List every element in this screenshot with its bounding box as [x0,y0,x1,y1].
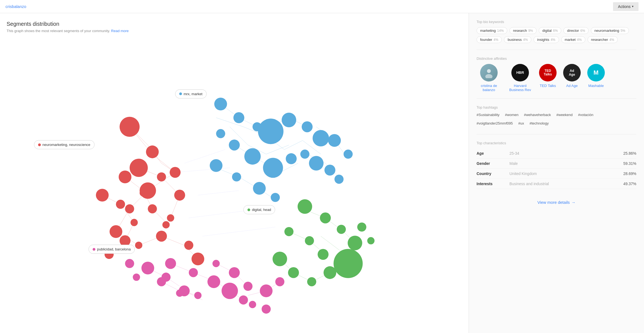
affinity-item[interactable]: MMashable [587,64,605,88]
svg-point-91 [96,189,109,202]
keyword-label: director [567,29,579,33]
actions-label: Actions [618,4,631,9]
affinity-avatar [480,64,498,81]
affinities-row: cristina de balanzoHBRHarvard Business R… [477,64,636,92]
affinity-name[interactable]: cristina de balanzo [477,84,501,92]
svg-point-146 [275,277,284,286]
affinity-avatar: M [587,64,605,81]
svg-point-115 [253,182,266,195]
arrow-icon: → [571,200,575,205]
keyword-pill: market4% [561,36,585,43]
divider-3 [477,134,636,134]
keyword-pill: neuromarketing5% [591,27,629,34]
svg-point-142 [212,260,220,267]
keyword-pct: 4% [577,38,582,42]
svg-point-74 [146,145,159,158]
svg-point-86 [167,214,174,222]
svg-point-126 [273,252,287,266]
keyword-pct: 4% [551,38,555,42]
affinity-name[interactable]: Mashable [588,84,604,88]
char-label: Gender [477,161,509,166]
affinity-item[interactable]: cristina de balanzo [477,64,501,92]
svg-point-79 [135,242,143,249]
char-pct: 25.86% [623,151,636,156]
char-label: Age [477,151,509,156]
svg-point-130 [357,222,366,232]
affinity-name[interactable]: Harvard Business Rev [508,84,532,92]
svg-point-97 [233,112,244,123]
hashtag-item[interactable]: #women [505,113,518,117]
char-pct: 59.31% [623,161,636,166]
affinity-item[interactable]: TEDTalksTED Talks [539,64,557,88]
hashtag-item[interactable]: #weekend [556,113,572,117]
svg-point-99 [258,118,283,144]
keyword-pct: 5% [620,29,625,33]
view-more-section: View more details → [477,196,636,206]
svg-point-135 [221,283,238,299]
read-more-link[interactable]: Read more [111,29,129,33]
svg-point-82 [192,253,204,266]
characteristic-row: Age 25-34 25.86% [477,148,636,159]
hashtag-item[interactable]: #votación [578,113,594,117]
subtitle-text: This graph shows the most relevant segme… [7,29,110,33]
characteristic-row: Interests Business and industrial 49.37% [477,179,636,189]
person-icon [483,67,494,78]
chevron-down-icon: ▾ [632,5,634,8]
view-more-link[interactable]: View more details → [537,200,575,205]
affinity-name[interactable]: TED Talks [540,84,556,88]
main-layout: Segments distribution This graph shows t… [0,13,644,333]
svg-point-120 [337,225,346,234]
svg-point-80 [156,231,167,242]
keyword-pct: 4% [523,38,528,42]
characteristic-row: Gender Male 59.31% [477,159,636,169]
keywords-container: marketing14%research9%digital6%director6… [477,27,636,43]
svg-point-89 [148,204,157,213]
affinity-avatar: HBR [511,64,529,81]
svg-line-56 [321,236,339,250]
hashtag-item[interactable]: #Sustainability [477,113,500,117]
mashable-m: M [594,69,599,76]
svg-point-128 [305,236,314,245]
hashtag-item[interactable]: #ux [518,121,524,125]
actions-button[interactable]: Actions ▾ [613,2,639,11]
affinity-item[interactable]: AdAgeAd Age [563,64,581,88]
svg-point-103 [328,134,341,147]
network-graph [7,36,462,318]
hashtags-title: Top hashtags [477,105,636,109]
hashtag-item[interactable]: #voigtlander25mmf095 [477,121,513,125]
keyword-pill: founder4% [477,36,502,43]
hashtag-item[interactable]: #technology [529,121,549,125]
panel-title: Segments distribution [7,21,462,27]
username-link[interactable]: crisbalanzo [5,4,26,9]
svg-point-96 [214,98,227,111]
svg-point-101 [302,121,313,132]
characteristics-title: Top characteristics [477,141,636,145]
affinity-item[interactable]: HBRHarvard Business Rev [508,64,532,92]
hashtag-item[interactable]: #wehaveherback [524,113,551,117]
svg-point-151 [125,259,134,268]
svg-point-145 [260,284,273,297]
svg-point-117 [216,129,225,138]
svg-point-92 [116,200,125,209]
keyword-pct: 4% [609,38,614,42]
svg-point-121 [348,236,362,250]
keyword-label: research [513,29,527,33]
svg-point-87 [119,171,132,184]
divider-2 [477,98,636,99]
svg-line-34 [266,145,289,154]
svg-point-75 [170,167,181,178]
svg-point-110 [309,156,323,171]
affinities-title: Distinctive affinities [477,57,636,61]
svg-point-88 [139,189,147,197]
svg-point-150 [133,273,140,281]
char-value: United Kingdom [509,171,623,176]
keyword-label: business [508,38,522,42]
characteristic-row: Country United Kingdom 28.69% [477,169,636,179]
affinity-name[interactable]: Ad Age [566,84,578,88]
svg-point-102 [313,130,329,146]
svg-point-147 [249,301,256,308]
svg-point-93 [130,219,138,226]
view-more-label: View more details [537,200,570,205]
svg-point-95 [105,250,114,259]
svg-point-100 [282,113,296,127]
